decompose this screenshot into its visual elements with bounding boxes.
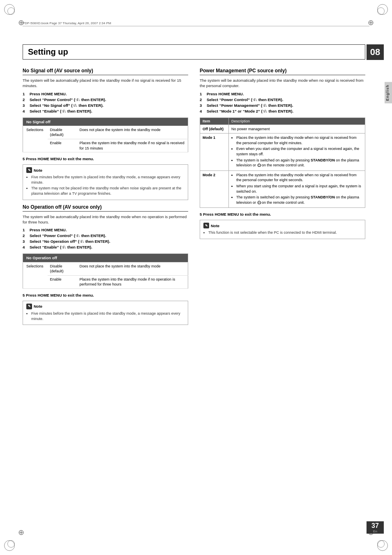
selections-label: Selections [23,126,48,152]
main-content: Setting up No Signal off (AV source only… [23,44,365,528]
note-content-pm: This function is not selectable when the… [203,230,362,235]
pm-row-mode2-item: Mode 2 [200,170,229,208]
step-2: 2 Select “Power Control” (↑/↓ then ENTER… [23,97,188,102]
page-number-box: 37 En [367,521,384,534]
deco-circle-tl [4,4,15,15]
section-heading-pm: Power Management (PC source only) [200,68,365,75]
top-info-text: PDP-508XD.book Page 37 Thursday, April 2… [23,21,111,25]
left-column: No Signal off (AV source only) The syste… [23,68,188,329]
section-no-signal-off: No Signal off (AV source only) The syste… [23,68,188,200]
step-pm-4: 4 Select “Mode 1” or “Mode 2” (↑/↓ then … [200,109,365,113]
page-title: Setting up [28,47,68,57]
step-pm-3: 3 Select “Power Management” (↑/↓ then EN… [200,103,365,108]
section-power-management: Power Management (PC source only) The sy… [200,68,365,239]
section-intro-pm: The system will be automatically placed … [200,78,365,89]
right-column: Power Management (PC source only) The sy… [200,68,365,329]
pm-col-desc: Description [229,117,365,124]
note-icon-1: ✎ [26,167,32,173]
step-nop-4: 4 Select “Enable” (↑/↓ then ENTER). [23,245,188,249]
pm-row-mode2-desc: Places the system into the standby mode … [229,170,365,208]
english-tab: English [385,82,392,104]
section-intro-no-op: The system will be automatically placed … [23,214,188,225]
pm-row-mode1-item: Mode 1 [200,134,229,171]
step-nop-3: 3 Select “No Operation off” (↑/↓ then EN… [23,239,188,244]
page-number: 37 [371,522,379,530]
deco-circle-tr [377,4,388,15]
pm-row-mode1-desc: Places the system into the standby mode … [229,134,365,171]
note-box-pm: ✎ Note This function is not selectable w… [200,220,365,239]
note-content-2: Five minutes before the system is placed… [26,311,184,321]
note-title-1: ✎ Note [26,167,184,173]
step-3: 3 Select “No Signal off” (↑/↓ then ENTER… [23,103,188,108]
selections-label-2: Selections [23,262,48,288]
section-no-operation-off: No Operation off (AV source only) The sy… [23,204,188,325]
note-title-pm: ✎ Note [203,223,362,228]
no-signal-table-header: No Signal off [23,117,188,126]
no-op-table-header: No Operation off [23,254,188,262]
enable-label-2: Enable [48,275,77,288]
step5-no-op: 5 Press HOME MENU to exit the menu. [23,293,188,297]
note-content-1: Five minutes before the system is placed… [26,175,184,196]
deco-circle-bl [4,540,15,551]
section-intro-no-signal: The system will be automatically placed … [23,78,188,89]
step-nop-1: 1 Press HOME MENU. [23,228,188,232]
disable-desc: Does not place the system into the stand… [77,126,188,139]
power-management-table: Item Description Off (default) No power … [200,117,365,208]
top-info-bar: PDP-508XD.book Page 37 Thursday, April 2… [23,21,369,26]
note-box-1: ✎ Note Five minutes before the system is… [23,164,188,200]
note-icon-2: ✎ [26,304,32,309]
enable-desc: Places the system into the standby mode … [77,139,188,152]
title-bar: Setting up [23,44,365,60]
note-icon-pm: ✎ [203,223,209,228]
no-operation-table: No Operation off Selections Disable(defa… [23,253,188,289]
section-heading-no-op: No Operation off (AV source only) [23,204,188,212]
disable-desc-2: Does not place the system into the stand… [77,262,188,275]
steps-pm: 1 Press HOME MENU. 2 Select “Power Contr… [200,92,365,113]
section-heading-no-signal: No Signal off (AV source only) [23,68,188,75]
chapter-number: 08 [367,44,384,60]
step-1: 1 Press HOME MENU. [23,92,188,96]
pm-row-off-item: Off (default) [200,124,229,134]
step5-pm: 5 Press HOME MENU to exit the menu. [200,212,365,216]
disable-label-2: Disable(default) [48,262,77,275]
step5-no-signal: 5 Press HOME MENU to exit the menu. [23,157,188,161]
deco-circle-br [377,540,388,551]
crosshair-bl: ⊕ [18,528,24,537]
two-column-layout: No Signal off (AV source only) The syste… [23,68,365,329]
steps-no-signal: 1 Press HOME MENU. 2 Select “Power Contr… [23,92,188,113]
no-signal-table: No Signal off Selections Disable(default… [23,117,188,153]
enable-label: Enable [48,139,77,152]
pm-col-item: Item [200,117,229,124]
note-title-2: ✎ Note [26,304,184,309]
page-sub: En [373,530,377,533]
step-4: 4 Select “Enable” (↑/↓ then ENTER). [23,109,188,113]
enable-desc-2: Places the system into the standby mode … [77,275,188,288]
step-pm-1: 1 Press HOME MENU. [200,92,365,96]
step-pm-2: 2 Select “Power Control” (↑/↓ then ENTER… [200,97,365,102]
pm-row-off-desc: No power management [229,124,365,134]
steps-no-op: 1 Press HOME MENU. 2 Select “Power Contr… [23,228,188,249]
disable-label: Disable(default) [48,126,77,139]
note-box-2: ✎ Note Five minutes before the system is… [23,301,188,325]
step-nop-2: 2 Select “Power Control” (↑/↓ then ENTER… [23,233,188,238]
